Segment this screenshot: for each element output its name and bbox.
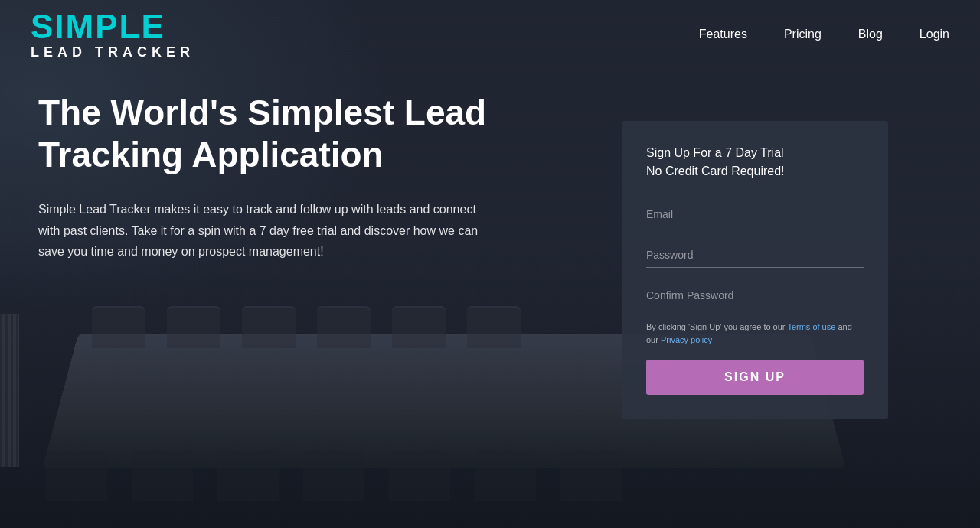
- terms-of-use-link[interactable]: Terms of use: [787, 322, 835, 331]
- terms-prefix: By clicking 'Sign Up' you agree to our: [646, 322, 787, 331]
- logo-simple-text: SIMPLE: [31, 8, 194, 45]
- logo-subtitle-text: LEAD TRACKER: [31, 45, 194, 60]
- hero-title: The World's Simplest Lead Tracking Appli…: [38, 92, 528, 176]
- chair-front: [46, 451, 107, 501]
- nav-login[interactable]: Login: [920, 28, 949, 41]
- confirm-password-field-group: [646, 283, 864, 308]
- chair: [467, 306, 521, 348]
- chairs-front: [46, 451, 865, 505]
- radiator-decoration: [0, 314, 19, 467]
- logo[interactable]: SIMPLE LEAD TRACKER: [31, 8, 194, 60]
- hero-description: Simple Lead Tracker makes it easy to tra…: [38, 199, 490, 262]
- signup-heading: Sign Up For a 7 Day Trial No Credit Card…: [646, 144, 864, 181]
- privacy-policy-link[interactable]: Privacy policy: [661, 335, 712, 344]
- chair-front: [475, 451, 536, 501]
- password-field-group: [646, 243, 864, 268]
- chair: [242, 306, 296, 348]
- confirm-password-input[interactable]: [646, 283, 864, 305]
- chair-front: [303, 451, 364, 501]
- chair: [317, 306, 371, 348]
- header: SIMPLE LEAD TRACKER Features Pricing Blo…: [0, 0, 980, 69]
- chair-front: [217, 451, 279, 501]
- signup-heading-line2: No Credit Card Required!: [646, 165, 785, 178]
- signup-card: Sign Up For a 7 Day Trial No Credit Card…: [622, 121, 888, 419]
- terms-text: By clicking 'Sign Up' you agree to our T…: [646, 321, 864, 346]
- signup-button[interactable]: SIGN UP: [646, 360, 864, 395]
- hero-section: The World's Simplest Lead Tracking Appli…: [38, 92, 528, 262]
- chair: [392, 306, 446, 348]
- email-field-group: [646, 202, 864, 227]
- signup-heading-line1: Sign Up For a 7 Day Trial: [646, 146, 784, 159]
- password-input[interactable]: [646, 243, 864, 264]
- nav-features[interactable]: Features: [699, 28, 747, 41]
- chair: [167, 306, 220, 348]
- chair: [92, 306, 145, 348]
- chair-front: [389, 451, 450, 501]
- nav-blog[interactable]: Blog: [858, 28, 883, 41]
- chair-front: [560, 451, 622, 501]
- main-nav: Features Pricing Blog Login: [699, 28, 949, 41]
- chair-front: [132, 451, 193, 501]
- email-input[interactable]: [646, 202, 864, 223]
- nav-pricing[interactable]: Pricing: [784, 28, 822, 41]
